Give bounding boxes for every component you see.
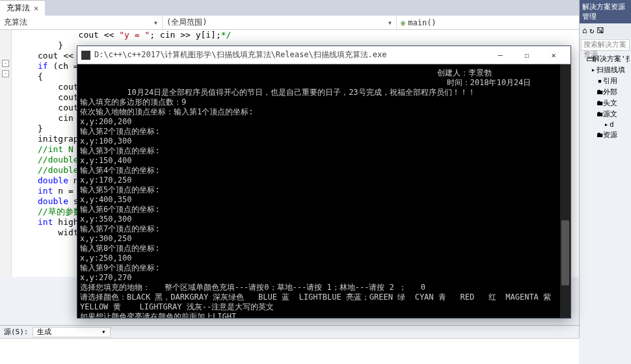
console-line: x,y:200,200	[80, 117, 568, 127]
console-line: 选择您填充的地物： 整个区域单颜色充填---请按0；草地---请按 1；林地--…	[80, 283, 568, 292]
tree-external[interactable]: 🖿外部	[581, 86, 630, 98]
solution-tree[interactable]: 🗃解决方案'扫 ▸扫描线填 ▪引用 🖿外部 🖿头文 🖿源文 ▸d 🖿资源	[580, 52, 631, 142]
console-line: 输入第2个顶点的坐标:	[80, 127, 568, 136]
solution-icon: 🗃	[586, 55, 593, 63]
method-icon: ◉	[401, 18, 405, 27]
scope-global-dropdown[interactable]: (全局范围) ▾	[163, 16, 397, 29]
console-line: x,y:270,270	[80, 273, 568, 283]
tree-resources[interactable]: 🖿资源	[581, 129, 630, 140]
console-scrollbar[interactable]	[560, 64, 571, 318]
tree-file[interactable]: ▸d	[581, 120, 630, 129]
tab-spacer	[45, 0, 631, 16]
console-line: 输入第4个顶点的坐标:	[80, 166, 568, 176]
console-line: 创建人：李景勃	[80, 68, 568, 78]
project-icon: ▸	[590, 66, 597, 74]
close-icon[interactable]: ×	[34, 4, 38, 13]
console-line: 输入第8个顶点的坐标:	[80, 244, 568, 254]
solution-search-input[interactable]: 搜索解决方案资源	[581, 39, 630, 51]
dropdown-label: 充算法	[4, 17, 27, 28]
folder-icon: 🖿	[597, 88, 603, 96]
tab-label: 充算法	[7, 3, 30, 14]
home-icon[interactable]: ⌂	[582, 26, 587, 35]
fold-toggle[interactable]: -	[2, 70, 9, 77]
folder-icon: 🖿	[597, 131, 603, 139]
document-tabs: 充算法 ×	[0, 0, 631, 16]
dropdown-label: main()	[408, 18, 436, 27]
output-source-label: 源(S):	[4, 327, 29, 337]
fold-toggle[interactable]: -	[2, 60, 9, 67]
folder-icon: 🖿	[597, 110, 603, 118]
active-tab[interactable]: 充算法 ×	[0, 0, 45, 16]
console-line: 依次输入地物的顶点坐标：输入第1个顶点的坐标:	[80, 107, 568, 117]
output-panel: 源(S): 生成 ▾	[0, 325, 579, 364]
console-line: 输入填充的多边形的顶点数：9	[80, 98, 568, 107]
context-dropdowns: 充算法 ▾ (全局范围) ▾ ◉main() ▾	[0, 16, 631, 30]
folder-icon: 🖿	[597, 99, 603, 107]
maximize-button[interactable]: ☐	[514, 48, 540, 62]
console-window: D:\c++\c++2017\计算机图形学\扫描线填充算法\Release\扫描…	[77, 46, 571, 318]
refs-icon: ▪	[597, 77, 603, 85]
scope-project-dropdown[interactable]: 充算法 ▾	[0, 16, 163, 29]
console-line: 输入第5个顶点的坐标:	[80, 185, 568, 195]
console-line: x,y:350,300	[80, 214, 568, 224]
console-line: 10月24日是全部程序员值得开心的节日，也是自己重要的日子，23号完成，祝福全部…	[80, 88, 568, 98]
save-icon[interactable]: 🖫	[597, 26, 604, 35]
refresh-icon[interactable]: ↻	[589, 26, 594, 35]
tree-references[interactable]: ▪引用	[581, 75, 630, 86]
console-line: x,y:400,350	[80, 195, 568, 205]
solution-explorer: 解决方案资源管理 ⌂ ↻ 🖫 搜索解决方案资源 🗃解决方案'扫 ▸扫描线填 ▪引…	[579, 0, 631, 338]
panel-toolbar: ⌂ ↻ 🖫	[580, 23, 631, 38]
dropdown-label: 生成	[37, 327, 51, 337]
console-line: 输入第9个顶点的坐标:	[80, 263, 568, 273]
panel-title: 解决方案资源管理	[580, 0, 631, 23]
console-line: x,y:300,250	[80, 234, 568, 244]
tree-sources[interactable]: 🖿源文	[581, 109, 630, 120]
tree-project[interactable]: ▸扫描线填	[581, 64, 630, 75]
chevron-down-icon: ▾	[388, 18, 392, 27]
console-line: 输入第7个顶点的坐标:	[80, 224, 568, 234]
cpp-icon: ▸	[603, 120, 610, 129]
scrollbar-thumb[interactable]	[561, 220, 569, 285]
console-title-text: D:\c++\c++2017\计算机图形学\扫描线填充算法\Release\扫描…	[94, 49, 487, 60]
output-header: 源(S): 生成 ▾	[0, 326, 579, 339]
console-line: 输入第3个顶点的坐标:	[80, 146, 568, 156]
console-line: x,y:250,100	[80, 254, 568, 263]
console-line: x,y:100,300	[80, 136, 568, 146]
console-titlebar[interactable]: D:\c++\c++2017\计算机图形学\扫描线填充算法\Release\扫描…	[77, 46, 571, 64]
console-line: x,y:170,250	[80, 176, 568, 185]
output-body[interactable]	[0, 339, 579, 363]
code-line: cout << "y = "; cin >> y[i];*/	[12, 30, 631, 40]
minimize-button[interactable]: —	[487, 48, 513, 62]
chevron-down-icon: ▾	[101, 328, 106, 336]
console-line: 时间：2018年10月24日	[80, 78, 568, 88]
console-line: x,y:150,400	[80, 156, 568, 166]
output-source-dropdown[interactable]: 生成 ▾	[33, 327, 111, 337]
console-line: 请选择颜色：BLACK 黑，DARKGRAY 深灰绿色 BLUE 蓝 LIGHT…	[80, 292, 568, 302]
close-button[interactable]: ✕	[541, 48, 567, 62]
console-line: 如果想让颜色变亮请在颜色的前面加上LIGHT	[80, 312, 568, 318]
console-line: YELLOW 黄 LIGHTGRAY 浅灰--注意是大写的英文	[80, 302, 568, 312]
tree-headers[interactable]: 🖿头文	[581, 98, 630, 109]
tree-solution[interactable]: 🗃解决方案'扫	[581, 53, 630, 64]
console-line: 输入第6个顶点的坐标:	[80, 205, 568, 214]
chevron-down-icon: ▾	[154, 18, 158, 27]
app-icon	[81, 51, 90, 60]
dropdown-label: (全局范围)	[167, 17, 207, 28]
editor-gutter: - -	[0, 30, 12, 277]
console-body[interactable]: 创建人：李景勃 时间：2018年10月24日 10月24日是全部程序员值得开心的…	[77, 64, 571, 318]
